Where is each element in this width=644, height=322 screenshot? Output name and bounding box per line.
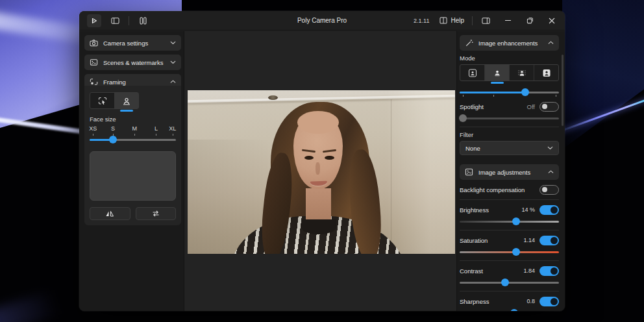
sharpness-value: 0.8: [526, 298, 535, 304]
help-book-icon: [440, 17, 447, 24]
contrast-toggle[interactable]: [539, 266, 559, 276]
image-icon: [465, 168, 473, 176]
mode-intensity-slider-handle[interactable]: [521, 88, 529, 96]
mode-enhance-tab[interactable]: [485, 65, 510, 80]
flip-horizontal-button[interactable]: [90, 207, 130, 220]
mode-background-replace-tab[interactable]: [534, 65, 558, 80]
face-size-mark: S: [111, 125, 115, 132]
image-enhancements-title: Image enhancements: [478, 40, 543, 47]
version-label: 2.1.11: [414, 18, 429, 24]
sharpness-toggle[interactable]: [539, 297, 559, 306]
reset-framing-button[interactable]: [136, 207, 177, 220]
wallpaper-glow-bottom: [0, 290, 60, 322]
backlight-label: Backlight compensation: [460, 186, 539, 193]
titlebar-divider-2: [472, 16, 473, 25]
camera-settings-label: Camera settings: [103, 40, 165, 47]
desktop: Poly Camera Pro 2.1.11 Help: [0, 0, 644, 322]
contrast-label: Contrast: [460, 267, 523, 275]
portrait-frame-icon: [468, 69, 477, 77]
panel-scrollbar[interactable]: [562, 55, 564, 126]
person-frame-icon: [122, 97, 131, 105]
filter-value: None: [465, 145, 547, 152]
titlebar[interactable]: Poly Camera Pro 2.1.11 Help: [79, 11, 565, 31]
brightness-slider[interactable]: [460, 217, 559, 226]
face-size-label: Face size: [90, 116, 176, 123]
contrast-value: 1.84: [523, 267, 535, 274]
sharpness-row: Sharpness 0.8: [460, 295, 559, 307]
chevron-down-icon: [170, 41, 176, 45]
mode-label: Mode: [460, 55, 559, 62]
backlight-row: Backlight compensation: [460, 184, 559, 195]
spotlight-toggle[interactable]: [539, 102, 559, 112]
background-replace-icon: [542, 69, 551, 77]
brightness-value: 14 %: [521, 206, 535, 213]
ceiling-light: [268, 95, 278, 100]
panel-toggle-icon[interactable]: [477, 14, 495, 28]
saturation-value: 1.14: [523, 237, 535, 243]
contrast-row: Contrast 1.84: [460, 265, 559, 277]
chevron-down-icon: [547, 146, 553, 150]
poly-logo-icon: [87, 14, 101, 27]
restore-button[interactable]: [521, 14, 539, 28]
framing-body: Face size XS S M L XL: [84, 86, 181, 225]
help-button[interactable]: Help: [436, 16, 468, 25]
sharpness-slider-handle[interactable]: [510, 309, 518, 311]
spotlight-slider[interactable]: [460, 114, 559, 123]
framing-icon: [90, 78, 98, 86]
face-size-slider-control[interactable]: [90, 135, 176, 144]
face-size-slider-handle[interactable]: [109, 136, 117, 143]
chevron-up-icon: [548, 41, 554, 45]
split-compare-icon[interactable]: [136, 14, 150, 27]
brightness-label: Brightness: [460, 206, 521, 214]
backlight-toggle[interactable]: [539, 185, 559, 195]
camera-preview: [188, 90, 455, 254]
face-size-mark: M: [132, 125, 137, 132]
filter-dropdown[interactable]: None: [460, 141, 559, 155]
mode-background-blur-tab[interactable]: [510, 65, 534, 80]
chevron-down-icon: [170, 60, 176, 64]
brightness-row: Brightness 14 %: [460, 204, 559, 216]
titlebar-divider: [129, 16, 129, 25]
contrast-slider-handle[interactable]: [501, 279, 509, 286]
filter-label: Filter: [460, 131, 559, 138]
sharpness-label: Sharpness: [460, 298, 526, 305]
close-button[interactable]: [543, 14, 561, 28]
scenes-watermarks-label: Scenes & watermarks: [103, 59, 165, 66]
manual-framing-tab[interactable]: [90, 93, 114, 108]
image-adjustments-title: Image adjustments: [478, 169, 543, 176]
brightness-slider-handle[interactable]: [512, 217, 520, 225]
help-label: Help: [451, 17, 464, 24]
minimize-button[interactable]: [499, 14, 517, 28]
image-adjustments-header[interactable]: Image adjustments: [460, 164, 559, 180]
saturation-label: Saturation: [460, 237, 523, 244]
saturation-slider-handle[interactable]: [512, 248, 520, 256]
mode-portrait-tab[interactable]: [460, 65, 485, 80]
scenes-watermarks-header[interactable]: Scenes & watermarks: [84, 55, 181, 70]
video-stage: [184, 31, 456, 311]
magic-wand-icon: [465, 39, 473, 47]
chevron-up-icon: [170, 80, 176, 84]
auto-framing-tab[interactable]: [114, 93, 138, 108]
spotlight-row: Spotlight Off: [460, 101, 559, 112]
wallpaper-glow: [562, 0, 644, 162]
saturation-slider[interactable]: [460, 247, 559, 256]
contrast-slider[interactable]: [460, 278, 559, 287]
brightness-toggle[interactable]: [539, 205, 559, 215]
image-enhancements-header[interactable]: Image enhancements: [460, 35, 559, 51]
spotlight-state: Off: [527, 103, 536, 110]
framing-label: Framing: [103, 79, 165, 86]
sharpness-slider[interactable]: [460, 308, 559, 311]
flip-horizontal-icon: [105, 210, 114, 217]
face-size-mark: XL: [169, 125, 176, 132]
mode-intensity-slider[interactable]: [460, 88, 559, 97]
right-panel: Image enhancements Mode: [456, 31, 565, 311]
spotlight-slider-handle[interactable]: [459, 114, 467, 122]
sidebar-toggle-icon[interactable]: [108, 14, 122, 27]
app-window: Poly Camera Pro 2.1.11 Help: [79, 11, 565, 311]
camera-settings-header[interactable]: Camera settings: [84, 35, 181, 51]
app-title: Poly Camera Pro: [297, 17, 347, 24]
saturation-row: Saturation 1.14: [460, 234, 559, 246]
face-size-slider[interactable]: XS S M L XL: [90, 125, 176, 146]
saturation-toggle[interactable]: [539, 236, 559, 245]
portrait-enhance-icon: [493, 69, 502, 77]
